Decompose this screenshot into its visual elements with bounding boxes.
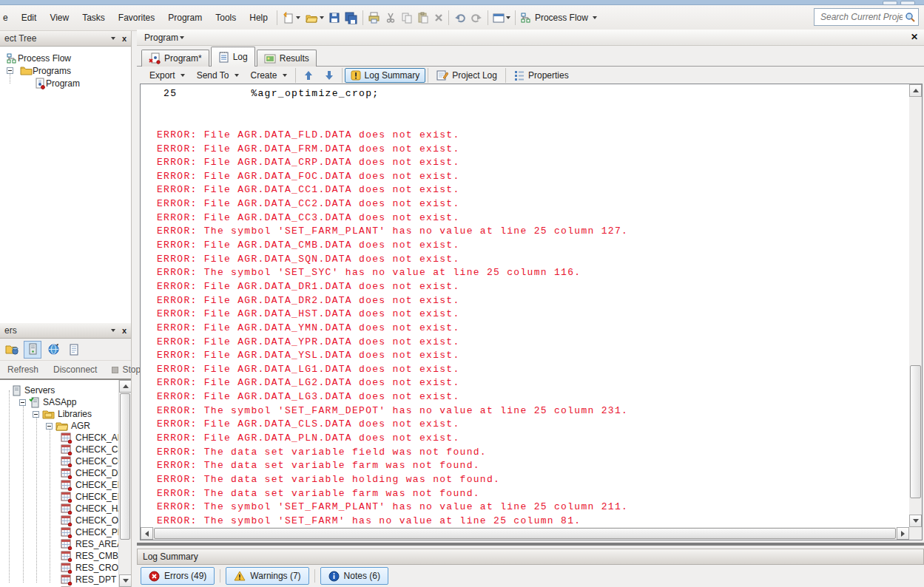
menu-file[interactable]: e <box>0 9 15 27</box>
collapse-expander-icon[interactable] <box>7 67 13 74</box>
properties-button[interactable]: Properties <box>508 68 575 83</box>
scroll-up-button[interactable] <box>119 380 131 393</box>
send-to-button[interactable]: Send To <box>191 68 245 83</box>
scrollbar-thumb[interactable] <box>120 393 130 540</box>
tree-item-table[interactable]: CHECK_AF <box>0 432 131 444</box>
cut-button[interactable] <box>382 9 399 27</box>
collapse-expander-icon[interactable] <box>33 411 39 418</box>
tree-item-table[interactable]: CHECK_HA <box>0 503 131 515</box>
note-icon <box>328 571 340 582</box>
disconnect-button[interactable]: Disconnect <box>46 364 104 375</box>
panel-menu-icon[interactable] <box>111 37 115 42</box>
tab-program[interactable]: Program* <box>141 50 209 67</box>
notes-label: Notes (6) <box>344 571 380 581</box>
tree-item-table[interactable]: CHECK_CM <box>0 444 131 455</box>
tab-log[interactable]: Log <box>211 47 255 67</box>
search-icon[interactable] <box>904 11 916 23</box>
document-menu-icon[interactable] <box>180 36 184 41</box>
log-summary-toggle-button[interactable]: Log Summary <box>345 68 426 83</box>
library-view-button[interactable] <box>3 341 21 359</box>
toolbar-separator <box>295 68 296 83</box>
menu-tools[interactable]: Tools <box>209 9 243 27</box>
redo-button[interactable] <box>468 9 485 27</box>
save-button[interactable] <box>326 9 343 27</box>
collapse-expander-icon[interactable] <box>19 399 26 406</box>
tree-item-table[interactable]: RES_CMB <box>0 550 131 562</box>
previous-message-button[interactable] <box>298 68 319 83</box>
scroll-down-button[interactable] <box>909 515 922 527</box>
tree-item-table[interactable]: CHECK_CC <box>0 455 131 467</box>
servers-scrollbar[interactable] <box>118 380 131 587</box>
warnings-filter-button[interactable]: Warnings (7) <box>226 567 308 585</box>
collapse-expander-icon[interactable] <box>46 423 53 430</box>
menu-edit[interactable]: Edit <box>15 9 44 27</box>
errors-filter-button[interactable]: Errors (49) <box>141 567 215 585</box>
new-document-icon <box>282 12 294 24</box>
tree-item-label: RES_AREA <box>75 539 123 549</box>
tree-item-table[interactable]: CHECK_PL <box>0 526 131 538</box>
copy-button[interactable] <box>399 9 415 27</box>
panel-close-icon[interactable]: x <box>122 326 127 335</box>
window-titlebar <box>0 0 924 5</box>
log-horizontal-scrollbar[interactable] <box>141 527 909 540</box>
tree-item-table[interactable]: RES_AREA <box>0 538 131 550</box>
search-input[interactable] <box>819 11 904 23</box>
scroll-down-button[interactable] <box>119 574 131 587</box>
open-button[interactable] <box>303 9 326 27</box>
menu-tasks[interactable]: Tasks <box>75 9 112 27</box>
menu-program[interactable]: Program <box>161 9 209 27</box>
process-flow-button[interactable]: Process Flow <box>518 9 599 27</box>
web-view-button[interactable] <box>44 341 62 359</box>
tree-item-table[interactable]: RES_CROF <box>0 562 131 574</box>
log-line: ERROR: File AGR.DATA_HST.DATA does not e… <box>157 308 908 322</box>
undo-button[interactable] <box>451 9 468 27</box>
tree-item-table[interactable]: CHECK_EE <box>0 491 131 503</box>
scroll-left-button[interactable] <box>141 527 153 540</box>
save-all-button[interactable] <box>343 9 360 27</box>
tree-item-label: CHECK_OE <box>75 515 124 526</box>
project-log-button[interactable]: Project Log <box>431 67 503 83</box>
tree-item-programs[interactable]: Programs <box>0 64 131 77</box>
horizontal-splitter[interactable] <box>137 540 924 549</box>
tree-item-sasapp[interactable]: SASApp <box>0 396 131 408</box>
log-vertical-scrollbar[interactable] <box>909 84 922 527</box>
tab-results[interactable]: Results <box>257 50 317 67</box>
menu-view[interactable]: View <box>43 9 75 27</box>
document-close-icon[interactable]: ✕ <box>911 32 918 42</box>
print-button[interactable] <box>365 9 382 27</box>
refresh-button[interactable]: Refresh <box>0 364 46 375</box>
server-view-button[interactable] <box>24 341 41 359</box>
scrollbar-thumb[interactable] <box>910 365 921 498</box>
notes-filter-button[interactable]: Notes (6) <box>320 567 388 585</box>
delete-button[interactable] <box>431 9 446 27</box>
create-button[interactable]: Create <box>245 68 293 83</box>
tree-item-libraries[interactable]: Libraries <box>0 408 131 420</box>
next-message-button[interactable] <box>319 68 340 83</box>
search-box[interactable] <box>814 8 919 26</box>
tree-item-program[interactable]: Program <box>0 77 131 89</box>
scroll-up-button[interactable] <box>909 84 922 97</box>
tree-item-agr-library[interactable]: AGR <box>0 420 131 432</box>
menu-favorites[interactable]: Favorites <box>112 9 161 27</box>
new-document-button[interactable] <box>280 9 303 27</box>
properties-icon <box>514 70 525 81</box>
data-table-icon <box>61 515 72 526</box>
export-button[interactable]: Export <box>144 68 191 83</box>
tree-item-table[interactable]: CHECK_DF <box>0 467 131 479</box>
panel-close-icon[interactable]: x <box>122 34 127 43</box>
tree-item-table[interactable]: CHECK_OE <box>0 515 131 526</box>
paste-button[interactable] <box>415 9 431 27</box>
tree-item-process-flow[interactable]: Process Flow <box>0 52 131 64</box>
tree-item-table[interactable]: CHECK_EE <box>0 479 131 491</box>
tree-item-servers[interactable]: Servers <box>0 384 131 396</box>
project-tree-title: ect Tree <box>4 33 36 44</box>
tree-item-table[interactable]: RES_DPT <box>0 574 131 586</box>
scroll-right-button[interactable] <box>897 527 909 540</box>
print-icon <box>368 12 380 24</box>
tree-item-label: RES_CMB <box>75 551 118 561</box>
window-layout-button[interactable] <box>490 9 513 27</box>
scrollbar-thumb[interactable] <box>154 528 896 539</box>
menu-help[interactable]: Help <box>243 9 274 27</box>
panel-menu-icon[interactable] <box>111 329 115 334</box>
document-view-button[interactable] <box>65 341 83 359</box>
